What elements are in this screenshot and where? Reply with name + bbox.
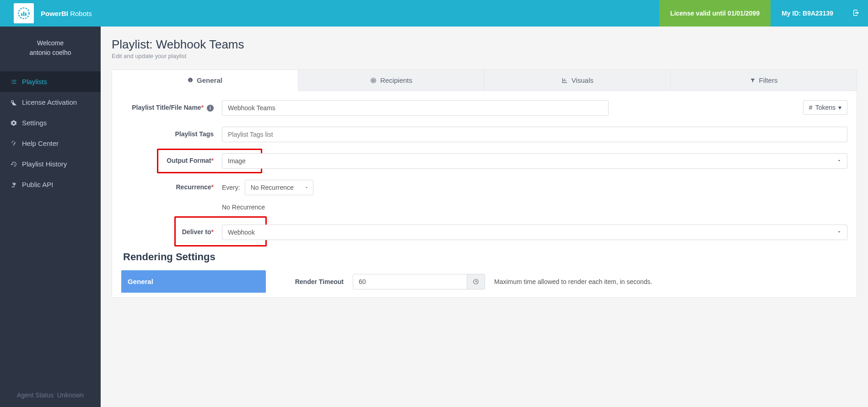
render-timeout-input[interactable] <box>353 274 467 289</box>
license-badge: License valid until 01/01/2099 <box>659 0 771 27</box>
recurrence-label: Recurrence* <box>121 180 222 191</box>
svg-point-6 <box>373 80 374 81</box>
target-icon <box>370 77 377 84</box>
clock-addon <box>467 274 485 289</box>
brand-label: PowerBI Robots <box>41 10 92 17</box>
sign-out-icon <box>852 9 860 16</box>
sidebar-item-api[interactable]: Public API <box>0 174 101 195</box>
tab-recipients[interactable]: Recipients <box>298 70 485 91</box>
tags-label: Playlist Tags <box>121 127 222 138</box>
output-format-select[interactable] <box>222 153 847 169</box>
sidebar: Welcome antonio coelho Playlists License… <box>0 27 101 407</box>
title-label: Playlist Title/File Name* i <box>121 100 222 112</box>
main-content: Playlist: Webhook Teams Edit and update … <box>101 27 868 407</box>
tokens-button[interactable]: # Tokens ▾ <box>803 100 847 115</box>
sidebar-item-license[interactable]: License Activation <box>0 92 101 112</box>
every-label: Every: <box>222 184 240 191</box>
tab-bar: General Recipients Visuals Filters <box>112 70 857 91</box>
info-tooltip-icon[interactable]: i <box>207 105 214 112</box>
app-logo <box>14 3 34 23</box>
playlist-panel: General Recipients Visuals Filters <box>112 70 857 298</box>
page-subtitle: Edit and update your playlist <box>112 53 857 59</box>
logout-button[interactable] <box>844 9 868 18</box>
history-icon <box>10 161 17 167</box>
tab-filters[interactable]: Filters <box>671 70 857 91</box>
svg-rect-1 <box>21 13 22 16</box>
recurrence-summary: No Recurrence <box>222 204 265 211</box>
question-icon <box>10 140 17 147</box>
key-icon <box>10 99 17 106</box>
title-input[interactable] <box>222 100 609 116</box>
list-icon <box>10 79 17 85</box>
deliver-to-select[interactable] <box>222 225 847 240</box>
sidebar-item-settings[interactable]: Settings <box>0 112 101 133</box>
filter-icon <box>750 77 755 84</box>
agent-status: Agent Status Unknown <box>0 391 101 399</box>
topbar: PowerBI Robots License valid until 01/01… <box>0 0 868 27</box>
welcome-block: Welcome antonio coelho <box>0 27 101 71</box>
render-timeout-help: Maximum time allowed to render each item… <box>494 278 847 285</box>
sidebar-item-help[interactable]: Help Center <box>0 133 101 154</box>
sidebar-item-playlists[interactable]: Playlists <box>0 71 101 92</box>
tab-general[interactable]: General <box>112 70 298 91</box>
recurrence-select[interactable]: No Recurrence <box>245 180 313 195</box>
sidebar-item-history[interactable]: Playlist History <box>0 154 101 174</box>
hash-icon: # <box>809 104 813 111</box>
tags-input[interactable] <box>222 127 847 142</box>
info-icon <box>188 77 193 84</box>
bar-chart-icon <box>561 77 568 84</box>
clock-icon <box>473 278 479 285</box>
tab-visuals[interactable]: Visuals <box>485 70 671 91</box>
rendering-tab-general[interactable]: General <box>121 270 266 293</box>
my-id-label: My ID: B9A23139 <box>771 10 844 17</box>
caret-down-icon: ▾ <box>838 104 841 111</box>
cogs-icon <box>10 120 17 126</box>
plug-icon <box>10 182 17 188</box>
render-timeout-label: Render Timeout <box>280 278 344 285</box>
output-format-label: Output Format* <box>121 153 222 164</box>
svg-rect-2 <box>23 12 24 16</box>
svg-rect-3 <box>25 13 27 16</box>
deliver-to-label: Deliver to* <box>121 225 222 236</box>
page-title: Playlist: Webhook Teams <box>112 37 857 52</box>
rendering-settings-title: Rendering Settings <box>121 251 847 263</box>
gear-chart-icon <box>17 7 30 20</box>
